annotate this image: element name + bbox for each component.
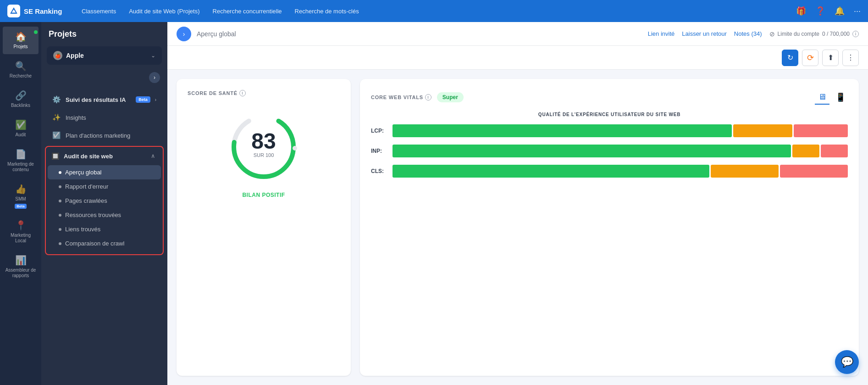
dot-icon-2	[59, 185, 61, 188]
laisser-retour-link[interactable]: Laisser un retour	[682, 30, 727, 37]
cwv-desktop-button[interactable]: 🖥	[815, 90, 829, 105]
cwv-info-icon[interactable]: i	[425, 94, 431, 100]
sidebar-item-suivi-ia[interactable]: ⚙️ Suivi des résultats IA Beta ›	[45, 91, 164, 108]
refresh-button[interactable]: ↻	[782, 50, 798, 66]
audit-sub-apercu-global[interactable]: Aperçu global	[48, 165, 161, 179]
cwv-mobile-button[interactable]: 📱	[833, 90, 848, 105]
logo-icon	[7, 5, 20, 17]
score-card-title: SCORE DE SANTÉ i	[188, 90, 246, 96]
chart-icon: 📊	[15, 255, 27, 266]
project-selector[interactable]: 🍎 Apple ⌄	[47, 46, 162, 65]
audit-collapse-arrow[interactable]: ∧	[148, 151, 157, 161]
header-actions: Lien invité Laisser un retour Notes (34)…	[648, 30, 859, 38]
limit-icon: ⊘	[769, 30, 775, 38]
dot-icon-6	[59, 242, 61, 245]
link-icon: 🔗	[15, 90, 27, 101]
main-content: › Aperçu global Lien invité Laisser un r…	[167, 22, 868, 385]
audit-sub-pages-crawlees[interactable]: Pages crawlées	[46, 194, 163, 208]
nav-marketing-contenu-label: Marketing de contenu	[5, 162, 37, 173]
home-icon: 🏠	[15, 31, 27, 42]
top-nav-links: Classements Audit de site Web (Projets) …	[82, 8, 359, 15]
cwv-badge: Super	[437, 92, 464, 102]
nav-assembleur-label: Assembleur de rapports	[5, 268, 37, 279]
limit-info-icon[interactable]: i	[852, 31, 859, 37]
collapse-row: ›	[41, 68, 167, 87]
svg-point-4	[293, 146, 297, 151]
comparaison-crawl-label: Comparaison de crawl	[65, 240, 124, 247]
audit-section-title: Audit de site web	[64, 153, 113, 160]
top-nav-right: 🎁 ❓ 🔔 ···	[796, 6, 861, 16]
bell-icon[interactable]: 🔔	[835, 6, 845, 16]
sidebar-collapse-button[interactable]: ›	[149, 72, 160, 83]
nav-recherche-mots-cles[interactable]: Recherche de mots-clés	[295, 8, 359, 15]
sidebar-suivi-ia-label: Suivi des résultats IA	[66, 96, 131, 103]
nav-audit-site-web[interactable]: Audit de site Web (Projets)	[129, 8, 199, 15]
chat-icon: 💬	[841, 356, 853, 368]
apercu-global-label: Aperçu global	[65, 169, 102, 176]
help-icon[interactable]: ❓	[815, 6, 825, 16]
dot-icon-4	[59, 214, 61, 217]
nav-recherche[interactable]: 🔍 Recherche	[3, 56, 39, 84]
expand-sidebar-button[interactable]: ›	[177, 27, 191, 41]
app-name: SE Ranking	[24, 7, 62, 15]
cwv-device-toggle: 🖥 📱	[815, 90, 848, 105]
more-icon[interactable]: ···	[854, 6, 861, 16]
nav-projets-label: Projets	[13, 44, 28, 50]
inp-bar-green	[393, 145, 791, 157]
ressources-trouvees-label: Ressources trouvées	[65, 212, 121, 218]
nav-marketing-local[interactable]: 📍 Marketing Local	[3, 215, 39, 248]
audit-section-header[interactable]: 🔲 Audit de site web ∧	[46, 147, 163, 165]
nav-assembleur[interactable]: 📊 Assembleur de rapports	[3, 250, 39, 283]
inp-bar-yellow	[792, 145, 819, 157]
nav-recherche-label: Recherche	[10, 73, 32, 79]
cls-bar-red	[780, 165, 848, 178]
check-icon: ✅	[15, 119, 27, 130]
nav-marketing-contenu[interactable]: 📄 Marketing de contenu	[3, 144, 39, 177]
nav-backlinks[interactable]: 🔗 Backlinks	[3, 85, 39, 113]
gift-icon[interactable]: 🎁	[796, 6, 806, 16]
project-sidebar: Projets 🍎 Apple ⌄ › ⚙️ Suivi des résulta…	[41, 22, 167, 385]
account-limit: ⊘ Limite du compte 0 / 700,000 i	[769, 30, 859, 38]
lcp-bar-yellow	[733, 124, 792, 137]
score-card: SCORE DE SANTÉ i 83 SUR 100	[177, 79, 351, 376]
nav-projets[interactable]: 🏠 Projets	[3, 27, 39, 54]
lcp-bars	[393, 124, 848, 137]
score-out-of: SUR 100	[251, 152, 276, 158]
suivi-ia-icon: ⚙️	[52, 95, 61, 104]
lcp-bar-red	[794, 124, 848, 137]
cls-label: CLS:	[371, 168, 387, 174]
project-name: Apple	[66, 52, 147, 59]
nav-classements[interactable]: Classements	[82, 8, 116, 15]
score-info-icon[interactable]: i	[239, 90, 246, 96]
account-limit-value: 0 / 700,000	[822, 31, 850, 37]
settings-button[interactable]: ⟳	[802, 50, 818, 66]
chat-button[interactable]: 💬	[835, 350, 859, 374]
nav-recherche-concurrentielle[interactable]: Recherche concurrentielle	[213, 8, 282, 15]
chevron-down-icon: ⌄	[151, 52, 155, 59]
breadcrumb: Aperçu global	[197, 30, 236, 38]
more-options-button[interactable]: ⋮	[842, 50, 859, 66]
cwv-metric-cls: CLS:	[371, 165, 848, 178]
icon-nav: 🏠 Projets 🔍 Recherche 🔗 Backlinks ✅ Audi…	[0, 22, 41, 385]
upload-button[interactable]: ⬆	[822, 50, 839, 66]
cwv-quality-title: QUALITÉ DE L'EXPÉRIENCE UTILISATEUR DU S…	[371, 112, 848, 117]
nav-smm[interactable]: 👍 SMM Beta	[3, 179, 39, 213]
cls-bar-yellow	[711, 165, 779, 178]
audit-sub-comparaison[interactable]: Comparaison de crawl	[46, 236, 163, 251]
nav-audit-label: Audit	[16, 132, 26, 138]
sidebar-insights-label: Insights	[66, 114, 156, 121]
sidebar-plan-actions-label: Plan d'actions marketing	[66, 132, 156, 139]
notes-link[interactable]: Notes (34)	[734, 30, 762, 37]
inp-bars	[393, 145, 848, 157]
top-nav: SE Ranking Classements Audit de site Web…	[0, 0, 868, 22]
audit-sub-ressources[interactable]: Ressources trouvées	[46, 208, 163, 222]
lien-invite-link[interactable]: Lien invité	[648, 30, 675, 37]
audit-sub-liens[interactable]: Liens trouvés	[46, 222, 163, 236]
sidebar-item-insights[interactable]: ✨ Insights	[45, 109, 164, 126]
cwv-metric-inp: INP:	[371, 145, 848, 157]
nav-audit[interactable]: ✅ Audit	[3, 115, 39, 142]
rapport-erreur-label: Rapport d'erreur	[65, 183, 108, 190]
sidebar-item-plan-actions[interactable]: ☑️ Plan d'actions marketing	[45, 127, 164, 144]
sidebar-title: Projets	[41, 22, 167, 46]
audit-sub-rapport-erreur[interactable]: Rapport d'erreur	[46, 179, 163, 194]
